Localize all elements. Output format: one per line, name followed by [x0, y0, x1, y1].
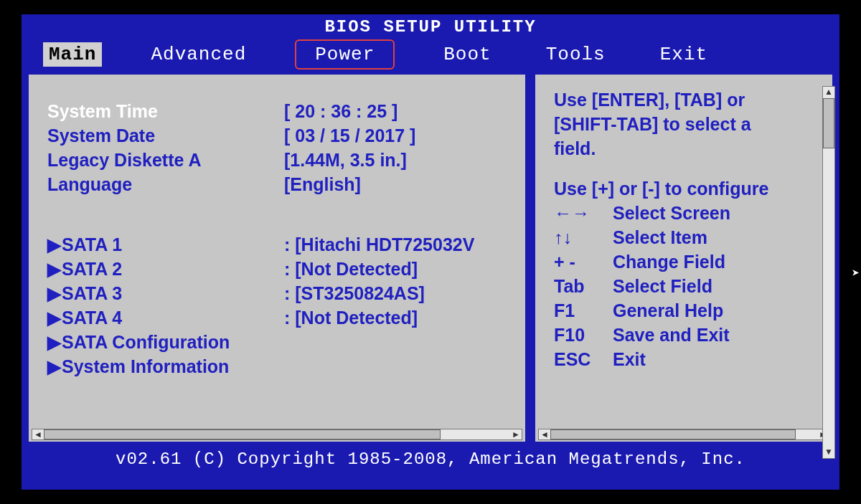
system-date-label: System Date [47, 123, 284, 148]
sata-label: SATA 2 [62, 259, 122, 279]
panel-container: System Time [ 20 : 36 : 25 ] System Date… [22, 72, 839, 444]
triangle-icon: ▶ [47, 281, 62, 305]
help-nav-row: F1General Help [554, 298, 819, 323]
scroll-left-icon[interactable]: ◄ [32, 429, 44, 439]
help-key: ESC [554, 347, 613, 371]
main-panel: System Time [ 20 : 36 : 25 ] System Date… [26, 72, 528, 444]
sata-label: SATA 4 [62, 308, 122, 328]
row-sata-1[interactable]: ▶SATA 1: [Hitachi HDT725032V [47, 232, 512, 257]
tab-power[interactable]: Power [295, 39, 395, 70]
language-label: Language [47, 172, 284, 196]
help-text: Use [ENTER], [TAB] or [554, 87, 819, 112]
row-system-date[interactable]: System Date [ 03 / 15 / 2017 ] [47, 123, 512, 148]
bios-window: BIOS SETUP UTILITY MainAdvancedPowerBoot… [22, 14, 839, 490]
help-desc: Select Item [613, 225, 707, 249]
help-desc: General Help [613, 298, 723, 323]
row-system-info[interactable]: ▶ System Information [47, 354, 512, 379]
menu-bar: MainAdvancedPowerBootToolsExit [22, 40, 839, 69]
help-desc: Select Screen [613, 201, 730, 225]
row-sata-config[interactable]: ▶ SATA Configuration [47, 330, 512, 354]
scroll-up-icon[interactable]: ▲ [823, 87, 834, 98]
help-key: Tab [554, 274, 613, 298]
triangle-icon: ▶ [47, 354, 62, 379]
system-time-value[interactable]: [ 20 : 36 : 25 ] [284, 99, 397, 123]
scroll-thumb[interactable] [823, 98, 834, 148]
scroll-left-icon[interactable]: ◄ [539, 429, 550, 439]
help-nav-row: ↑↓Select Item [554, 225, 819, 249]
help-desc: Exit [613, 347, 646, 371]
sata-label: SATA 1 [62, 234, 122, 255]
help-key: F1 [554, 298, 613, 323]
scroll-right-icon[interactable]: ► [510, 429, 522, 439]
triangle-icon: ▶ [47, 330, 62, 354]
language-value[interactable]: [English] [284, 172, 361, 196]
sata-config-label: SATA Configuration [62, 330, 230, 354]
help-text: field. [554, 136, 819, 161]
row-sata-3[interactable]: ▶SATA 3: [ST3250824AS] [47, 281, 512, 305]
system-time-label: System Time [47, 99, 284, 123]
help-nav-row: TabSelect Field [554, 274, 819, 298]
help-text: [SHIFT-TAB] to select a [554, 112, 819, 136]
help-key: ↑↓ [554, 225, 613, 249]
help-key: F10 [554, 323, 613, 347]
sata-value: : [Hitachi HDT725032V [284, 232, 474, 257]
help-text: Use [+] or [-] to configure [554, 176, 819, 201]
main-hscroll[interactable]: ◄ ► [32, 429, 522, 440]
help-desc: Select Field [613, 274, 712, 298]
title-bar: BIOS SETUP UTILITY [22, 14, 839, 40]
triangle-icon: ▶ [47, 305, 62, 330]
tab-tools[interactable]: Tools [540, 42, 611, 67]
help-nav-row: ←→Select Screen [554, 201, 819, 225]
help-key: + - [554, 249, 613, 274]
help-desc: Change Field [613, 249, 725, 274]
row-diskette[interactable]: Legacy Diskette A [1.44M, 3.5 in.] [47, 148, 512, 172]
row-sata-4[interactable]: ▶SATA 4: [Not Detected] [47, 305, 512, 330]
system-info-label: System Information [62, 354, 229, 379]
help-nav-row: F10Save and Exit [554, 323, 819, 347]
help-nav-row: + -Change Field [554, 249, 819, 274]
help-panel: Use [ENTER], [TAB] or [SHIFT-TAB] to sel… [532, 72, 835, 444]
help-hscroll[interactable]: ◄ ► [538, 429, 829, 440]
diskette-label: Legacy Diskette A [47, 148, 284, 172]
triangle-icon: ▶ [47, 232, 62, 257]
tab-boot[interactable]: Boot [438, 42, 497, 67]
sata-value: : [ST3250824AS] [284, 281, 425, 305]
system-date-value[interactable]: [ 03 / 15 / 2017 ] [284, 123, 415, 148]
main-panel-body: System Time [ 20 : 36 : 25 ] System Date… [29, 75, 525, 419]
diskette-value[interactable]: [1.44M, 3.5 in.] [284, 148, 407, 172]
sata-value: : [Not Detected] [284, 305, 418, 330]
triangle-icon: ▶ [47, 257, 62, 281]
row-sata-2[interactable]: ▶SATA 2: [Not Detected] [47, 257, 512, 281]
sata-label: SATA 3 [62, 283, 122, 303]
help-panel-body: Use [ENTER], [TAB] or [SHIFT-TAB] to sel… [535, 75, 832, 419]
help-key: ←→ [554, 201, 613, 225]
row-language[interactable]: Language [English] [47, 172, 512, 196]
tab-main[interactable]: Main [43, 42, 102, 67]
mouse-cursor-icon: ➤ [852, 265, 860, 281]
scroll-down-icon[interactable]: ▼ [823, 447, 834, 458]
tab-exit[interactable]: Exit [654, 42, 713, 67]
row-system-time[interactable]: System Time [ 20 : 36 : 25 ] [47, 99, 512, 123]
outer-vscroll[interactable]: ▲ ▼ [822, 86, 835, 459]
sata-value: : [Not Detected] [284, 257, 418, 281]
tab-advanced[interactable]: Advanced [145, 42, 252, 67]
help-desc: Save and Exit [613, 323, 730, 347]
help-nav-row: ESCExit [554, 347, 819, 371]
footer: v02.61 (C) Copyright 1985-2008, American… [22, 444, 839, 475]
